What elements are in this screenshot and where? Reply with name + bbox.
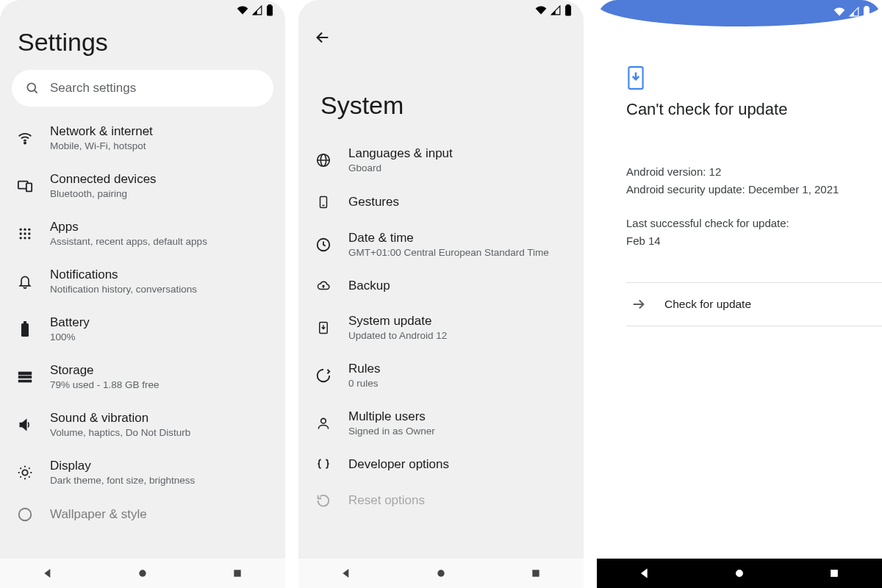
battery-icon [863, 6, 870, 18]
signal-icon [550, 5, 562, 15]
wifi-icon [237, 5, 248, 15]
settings-list: Network & internetMobile, Wi-Fi, hotspot… [0, 107, 285, 533]
row-network[interactable]: Network & internetMobile, Wi-Fi, hotspot [0, 114, 285, 162]
row-battery[interactable]: Battery100% [0, 305, 285, 353]
nav-home[interactable] [136, 567, 149, 580]
svg-point-2 [27, 83, 35, 91]
svg-rect-25 [565, 6, 570, 15]
row-connected-devices[interactable]: Connected devicesBluetooth, pairing [0, 162, 285, 209]
svg-point-21 [22, 470, 27, 475]
nav-back[interactable] [638, 567, 651, 580]
svg-rect-19 [18, 376, 32, 379]
search-placeholder: Search settings [50, 81, 136, 96]
signal-icon [251, 5, 263, 15]
svg-line-3 [35, 90, 37, 93]
row-display[interactable]: DisplayDark theme, font size, brightness [0, 448, 285, 496]
page-title: System [298, 46, 584, 129]
status-bar [535, 4, 572, 16]
svg-point-11 [24, 232, 26, 234]
nav-home[interactable] [434, 567, 448, 580]
last-check-label: Last successful check for update: [626, 215, 853, 232]
svg-rect-1 [268, 4, 271, 6]
row-gestures[interactable]: Gestures [298, 184, 584, 220]
svg-rect-18 [18, 371, 32, 375]
svg-rect-36 [865, 6, 868, 7]
svg-point-14 [24, 237, 26, 239]
row-apps[interactable]: AppsAssistant, recent apps, default apps [0, 209, 285, 257]
svg-point-10 [20, 232, 22, 234]
bell-icon [16, 273, 34, 290]
svg-point-7 [20, 228, 22, 230]
palette-icon [16, 506, 34, 523]
row-backup[interactable]: Backup [298, 268, 584, 304]
row-rules[interactable]: Rules0 rules [298, 351, 584, 399]
nav-bar [597, 559, 882, 588]
nav-home[interactable] [733, 567, 746, 580]
clock-icon [315, 237, 332, 253]
rules-icon [315, 368, 332, 384]
row-reset-options[interactable]: Reset options [298, 482, 584, 519]
svg-point-32 [321, 418, 326, 423]
braces-icon [315, 457, 332, 472]
update-status-title: Can't check for update [626, 100, 853, 119]
row-multiple-users[interactable]: Multiple usersSigned in as Owner [298, 399, 584, 447]
storage-icon [16, 370, 34, 384]
security-update: Android security update: December 1, 202… [626, 181, 853, 198]
svg-rect-0 [267, 6, 272, 15]
svg-rect-34 [533, 570, 539, 576]
gesture-icon [315, 194, 332, 210]
svg-rect-6 [26, 183, 32, 191]
status-bar [237, 4, 273, 16]
nav-bar [0, 559, 285, 588]
battery-icon [16, 321, 34, 337]
row-wallpaper[interactable]: Wallpaper & style [0, 496, 285, 533]
svg-rect-39 [831, 570, 838, 576]
settings-main-screen: Settings Search settings Network & inter… [0, 0, 285, 588]
download-phone-icon [626, 66, 853, 90]
system-update-screen: Can't check for update Android version: … [597, 0, 882, 588]
nav-back[interactable] [340, 567, 353, 580]
brightness-icon [16, 465, 34, 481]
reset-icon [315, 492, 332, 509]
android-version: Android version: 12 [626, 163, 853, 181]
row-notifications[interactable]: NotificationsNotification history, conve… [0, 257, 285, 305]
nav-recent[interactable] [828, 567, 841, 580]
svg-rect-26 [567, 4, 570, 6]
user-icon [315, 415, 332, 431]
system-list: Languages & inputGboard Gestures Date & … [298, 129, 584, 519]
check-for-update-button[interactable]: Check for update [626, 282, 882, 326]
nav-bar [298, 559, 584, 588]
row-sound[interactable]: Sound & vibrationVolume, haptics, Do Not… [0, 401, 285, 448]
signal-icon [848, 7, 860, 17]
svg-rect-35 [864, 7, 869, 17]
svg-point-33 [437, 570, 444, 576]
svg-point-8 [24, 228, 26, 230]
nav-back[interactable] [41, 567, 54, 580]
svg-point-23 [139, 570, 146, 576]
wifi-icon [16, 130, 34, 146]
nav-recent[interactable] [529, 567, 542, 580]
status-bar [833, 6, 870, 18]
row-date-time[interactable]: Date & timeGMT+01:00 Central European St… [298, 220, 584, 268]
row-system-update[interactable]: System updateUpdated to Android 12 [298, 304, 584, 351]
nav-recent[interactable] [231, 567, 244, 580]
settings-system-screen: System Languages & inputGboard Gestures … [298, 0, 584, 588]
cloud-icon [315, 279, 332, 293]
row-languages[interactable]: Languages & inputGboard [298, 136, 584, 184]
update-info: Android version: 12 Android security upd… [626, 163, 853, 250]
apps-grid-icon [16, 226, 34, 241]
globe-icon [315, 152, 332, 168]
row-developer-options[interactable]: Developer options [298, 447, 584, 482]
check-for-update-label: Check for update [664, 298, 751, 311]
svg-point-38 [736, 570, 742, 576]
svg-rect-20 [18, 379, 32, 382]
devices-icon [16, 178, 34, 194]
search-settings[interactable]: Search settings [12, 70, 273, 107]
svg-point-22 [19, 509, 32, 521]
search-icon [25, 81, 40, 96]
svg-point-13 [20, 237, 22, 239]
svg-rect-24 [234, 570, 241, 576]
row-storage[interactable]: Storage79% used - 1.88 GB free [0, 353, 285, 401]
svg-point-15 [28, 237, 30, 239]
svg-rect-17 [24, 321, 26, 323]
